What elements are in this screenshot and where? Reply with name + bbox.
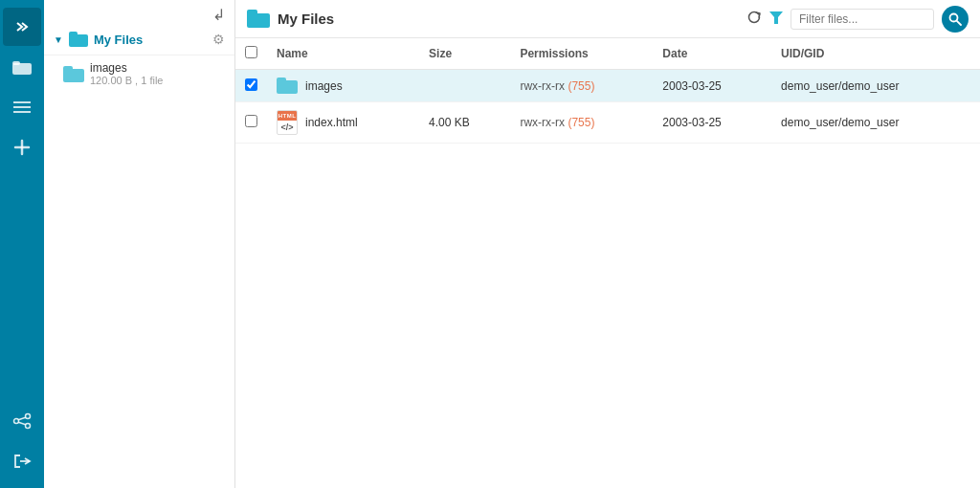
row-html-icon: HTML</> bbox=[277, 110, 298, 135]
table-header: Name Size Permissions Date UID/GID bbox=[235, 38, 980, 70]
col-size[interactable]: Size bbox=[419, 38, 510, 70]
file-table: Name Size Permissions Date UID/GID image… bbox=[235, 38, 980, 144]
col-name[interactable]: Name bbox=[267, 38, 419, 70]
sidebar-title: My Files bbox=[94, 33, 143, 47]
row-size: 4.00 KB bbox=[419, 102, 510, 144]
filter-icon bbox=[769, 11, 783, 27]
topbar-left: My Files bbox=[247, 10, 334, 28]
logout-icon[interactable] bbox=[3, 442, 41, 480]
sidebar-item-images[interactable]: images 120.00 B , 1 file bbox=[44, 55, 234, 92]
row-date: 2003-03-25 bbox=[653, 102, 771, 144]
table-row[interactable]: imagesrwx-rx-rx (755)2003-03-25demo_user… bbox=[235, 70, 980, 102]
svg-line-11 bbox=[18, 422, 25, 424]
select-all-checkbox[interactable] bbox=[245, 46, 257, 58]
my-files-folder-icon bbox=[69, 32, 88, 47]
col-date[interactable]: Date bbox=[653, 38, 771, 70]
topbar-title: My Files bbox=[278, 11, 334, 27]
row-file-name: index.html bbox=[305, 116, 358, 129]
row-uid-gid: demo_user/demo_user bbox=[771, 70, 980, 102]
row-file-name: images bbox=[305, 79, 343, 93]
row-uid-gid: demo_user/demo_user bbox=[771, 102, 980, 144]
row-date: 2003-03-25 bbox=[653, 70, 771, 102]
sidebar-header: ▼ My Files ⚙ bbox=[44, 24, 234, 55]
list-nav-icon[interactable] bbox=[3, 88, 41, 126]
share-icon[interactable] bbox=[3, 402, 41, 440]
topbar-right bbox=[746, 6, 969, 33]
icon-rail bbox=[0, 0, 44, 488]
add-nav-icon[interactable] bbox=[3, 128, 41, 166]
images-folder-name: images bbox=[90, 61, 163, 75]
row-size bbox=[419, 70, 510, 102]
my-files-folder-row[interactable]: ▼ My Files bbox=[54, 32, 143, 47]
images-folder-meta: 120.00 B , 1 file bbox=[90, 75, 163, 86]
svg-rect-1 bbox=[12, 61, 20, 65]
settings-icon[interactable]: ⚙ bbox=[212, 32, 225, 47]
col-uid-gid[interactable]: UID/GID bbox=[771, 38, 980, 70]
row-permissions: rwx-rx-rx (755) bbox=[510, 70, 653, 102]
file-table-body: imagesrwx-rx-rx (755)2003-03-25demo_user… bbox=[235, 70, 980, 144]
upload-icon[interactable]: ↲ bbox=[212, 6, 225, 24]
sidebar: ↲ ▼ My Files ⚙ images 120.00 B , 1 file bbox=[44, 0, 235, 488]
file-table-wrapper: Name Size Permissions Date UID/GID image… bbox=[235, 38, 980, 488]
main-panel: My Files Name Size bbox=[235, 0, 980, 488]
table-row[interactable]: HTML</>index.html4.00 KBrwx-rx-rx (755)2… bbox=[235, 102, 980, 144]
col-permissions[interactable]: Permissions bbox=[510, 38, 653, 70]
rail-bottom-icons bbox=[0, 402, 44, 480]
svg-point-7 bbox=[14, 419, 19, 424]
topbar-folder-icon bbox=[247, 10, 270, 28]
topbar: My Files bbox=[235, 0, 980, 38]
sidebar-item-images-info: images 120.00 B , 1 file bbox=[90, 61, 163, 86]
svg-line-15 bbox=[957, 20, 961, 24]
svg-point-9 bbox=[26, 424, 31, 429]
row-checkbox[interactable] bbox=[245, 115, 257, 127]
row-checkbox[interactable] bbox=[245, 78, 257, 91]
folder-chevron-icon: ▼ bbox=[54, 34, 63, 45]
chevron-double-icon[interactable] bbox=[3, 8, 41, 46]
svg-point-8 bbox=[26, 414, 31, 419]
row-permissions: rwx-rx-rx (755) bbox=[510, 102, 653, 144]
folder-nav-icon[interactable] bbox=[3, 48, 41, 86]
images-folder-icon bbox=[63, 66, 84, 82]
svg-line-10 bbox=[18, 417, 25, 419]
row-folder-icon bbox=[277, 78, 298, 94]
search-button[interactable] bbox=[942, 6, 969, 33]
refresh-icon[interactable] bbox=[746, 10, 762, 28]
select-all-header[interactable] bbox=[235, 38, 267, 70]
filter-input[interactable] bbox=[791, 9, 934, 30]
rail-top-icons bbox=[0, 8, 44, 166]
svg-marker-13 bbox=[769, 11, 783, 24]
